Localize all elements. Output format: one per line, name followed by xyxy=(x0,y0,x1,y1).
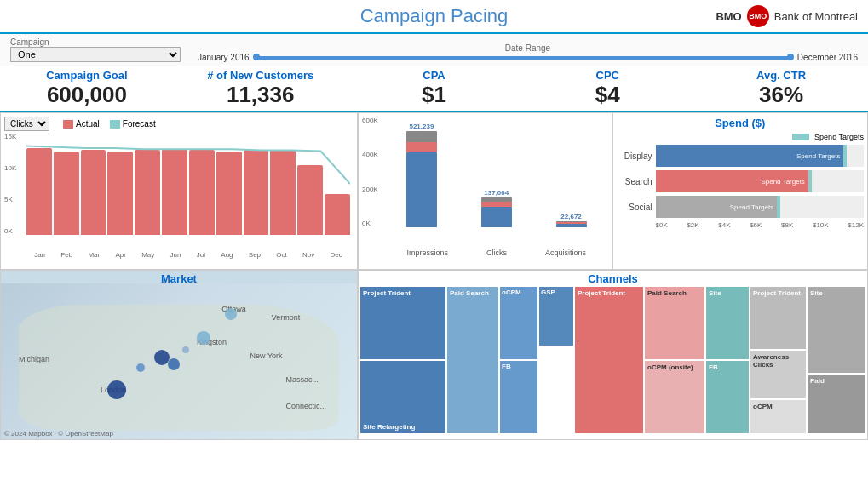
bar-chart-section: Clicks Actual Forecast 15K 10K 5K 0K xyxy=(0,112,358,270)
map-label-newyork: New York xyxy=(250,352,283,360)
bar-month-Jul xyxy=(189,150,215,235)
map-dot-ottawa xyxy=(225,308,237,320)
bar-month-Jan xyxy=(26,148,52,235)
bar-month-Oct xyxy=(270,150,296,235)
grouped-bar-section: 600K 400K 200K 0K 521,239 137,004 xyxy=(359,113,613,269)
treemap-cell-site-2: Site xyxy=(808,287,865,373)
spend-chart-section: Spend ($) Spend Targets Display Spend Ta… xyxy=(613,113,868,269)
map-dot-city3 xyxy=(136,363,145,372)
kpi-value-new-customers: 11,336 xyxy=(181,82,341,108)
map-label-massachusetts: Massac... xyxy=(285,375,319,384)
treemap-cell-project-trident-1: Project Trident xyxy=(360,287,445,359)
kpi-value-campaign-goal: 600,000 xyxy=(7,82,167,108)
bar-month-Nov xyxy=(297,165,323,235)
treemap-cell-paid-search-1: Paid Search xyxy=(447,287,498,433)
kpi-label-campaign-goal: Campaign Goal xyxy=(7,69,167,82)
bmo-bank-name: Bank of Montreal xyxy=(774,10,858,23)
map-dot-city1 xyxy=(154,350,170,365)
legend-forecast: Forecast xyxy=(110,119,156,129)
kpi-label-cpa: CPA xyxy=(354,69,514,82)
treemap-cell-awareness-clicks: Awareness Clicks xyxy=(750,351,806,398)
treemap-cell-project-trident-2: Project Trident xyxy=(575,287,643,433)
kpi-label-avg-ctr: Avg. CTR xyxy=(701,69,861,82)
kpi-value-avg-ctr: 36% xyxy=(701,82,861,108)
campaign-control: Campaign One xyxy=(10,37,181,62)
date-range-label: Date Range xyxy=(505,43,550,53)
bar-month-May xyxy=(135,150,160,235)
treemap-cell-ocpm-1: oCPM xyxy=(500,287,537,359)
bar-month-Jun xyxy=(162,149,187,235)
kpi-value-cpa: $1 xyxy=(354,82,514,108)
campaign-label: Campaign xyxy=(10,37,181,47)
date-range-control: Date Range January 2016 December 2016 xyxy=(198,43,858,62)
bmo-logo: BMO BMO Bank of Montreal xyxy=(716,5,858,27)
treemap-cell-site-1: Site xyxy=(706,287,749,359)
kpi-row: Campaign Goal 600,000 # of New Customers… xyxy=(0,66,868,112)
date-start: January 2016 xyxy=(198,53,250,62)
market-section: Market Michigan Ottawa Vermont Kingston … xyxy=(0,270,358,440)
chart-metric-dropdown[interactable]: Clicks xyxy=(4,117,49,131)
kpi-new-customers: # of New Customers 11,336 xyxy=(174,66,348,111)
treemap-cell-ocpm-2: oCPM xyxy=(750,400,806,433)
bar-month-Dec xyxy=(325,194,350,235)
channels-section: Channels Project Trident Site Retargetin… xyxy=(358,270,868,440)
treemap-cell-paid-search-2: Paid Search xyxy=(645,287,704,359)
treemap-cell-fb-2: FB xyxy=(706,361,749,433)
treemap-cell-gsp: GSP xyxy=(539,287,573,346)
bar-month-Mar xyxy=(81,150,106,235)
treemap-cell-fb-1: FB xyxy=(500,361,537,433)
treemap-cell-paid: Paid xyxy=(808,375,865,433)
treemap-cell-site-retargeting: Site Retargeting xyxy=(360,361,445,433)
treemap-cell-ocpm-onsite: oCPM (onsite) xyxy=(645,361,704,433)
bmo-icon: BMO xyxy=(747,5,769,27)
spend-chart-title: Spend ($) xyxy=(617,117,865,129)
market-title: Market xyxy=(1,272,357,285)
map-dot-london xyxy=(107,380,126,399)
bar-month-Apr xyxy=(107,152,133,235)
bar-month-Aug xyxy=(216,152,242,235)
kpi-label-cpc: CPC xyxy=(527,69,687,82)
kpi-label-new-customers: # of New Customers xyxy=(181,69,341,82)
date-range-slider[interactable] xyxy=(255,56,792,60)
date-end: December 2016 xyxy=(797,53,858,62)
map-attribution: © 2024 Mapbox · © OpenStreetMap xyxy=(4,430,113,437)
kpi-campaign-goal: Campaign Goal 600,000 xyxy=(0,66,174,111)
kpi-value-cpc: $4 xyxy=(527,82,687,108)
map-label-michigan: Michigan xyxy=(19,355,49,363)
kpi-cpa: CPA $1 xyxy=(348,66,521,111)
chart-legend: Actual Forecast xyxy=(63,119,156,129)
map-label-connecticut: Connectic... xyxy=(285,402,326,410)
bmo-abbr: BMO xyxy=(716,10,741,23)
kpi-avg-ctr: Avg. CTR 36% xyxy=(694,66,868,111)
channels-title: Channels xyxy=(360,272,865,285)
campaign-select[interactable]: One xyxy=(10,47,181,62)
legend-actual: Actual xyxy=(63,119,100,129)
treemap-cell-project-trident-3: Project Trident xyxy=(750,287,806,349)
bar-month-Sep xyxy=(244,150,269,235)
map-label-vermont: Vermont xyxy=(272,313,301,322)
page-title: Campaign Pacing xyxy=(360,5,509,27)
kpi-cpc: CPC $4 xyxy=(520,66,694,111)
bar-month-Feb xyxy=(54,152,79,235)
